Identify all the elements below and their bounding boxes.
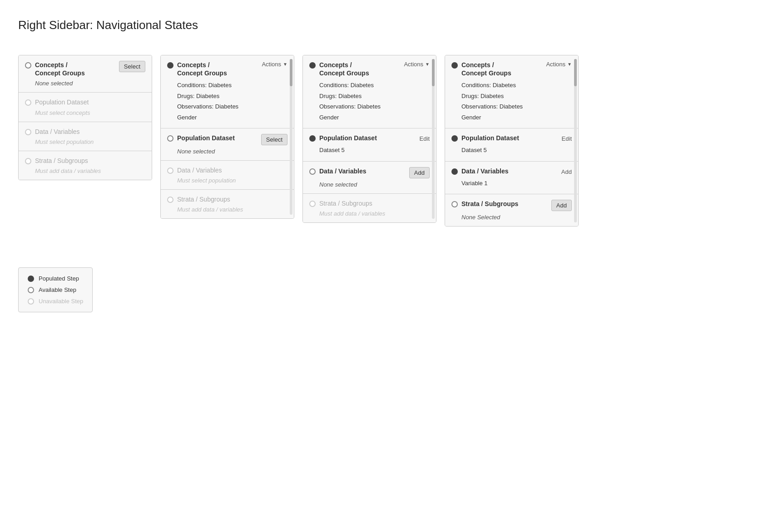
section-title-row: Strata / Subgroups xyxy=(25,157,88,165)
step-dot-populated xyxy=(309,62,316,69)
section-title: Concepts /Concept Groups xyxy=(177,61,227,77)
action-button-add[interactable]: Add xyxy=(551,200,572,211)
scrollbar-thumb[interactable] xyxy=(574,59,577,86)
step-dot-available xyxy=(167,135,173,142)
section-s4-concepts: Concepts /Concept GroupsActions▼Conditio… xyxy=(445,55,578,128)
section-s2-data: Data / VariablesMust select population xyxy=(161,160,294,189)
action-link-edit[interactable]: Edit xyxy=(420,134,430,142)
section-title: Population Dataset xyxy=(177,134,235,142)
action-link-edit[interactable]: Edit xyxy=(562,134,572,142)
section-header: Strata / SubgroupsAdd xyxy=(451,200,572,211)
actions-label: Actions xyxy=(546,61,565,68)
section-title-row: Data / Variables xyxy=(451,167,509,175)
section-title: Strata / Subgroups xyxy=(177,195,230,203)
section-header: Population DatasetSelect xyxy=(167,134,287,145)
section-title-row: Data / Variables xyxy=(309,167,367,175)
scrollbar-track[interactable] xyxy=(574,59,577,222)
section-title-row: Concepts /Concept Groups xyxy=(309,61,369,77)
section-header: Data / Variables xyxy=(167,166,287,174)
legend-label: Populated Step xyxy=(39,275,79,282)
action-button-select[interactable]: Select xyxy=(261,134,287,145)
section-title: Population Dataset xyxy=(319,134,377,142)
section-s1-concepts: Concepts /Concept GroupsSelectNone selec… xyxy=(19,55,152,92)
list-item: Variable 1 xyxy=(461,178,572,188)
section-value: Must select concepts xyxy=(35,109,145,116)
legend-dot-unavailable xyxy=(28,298,34,305)
list-item: Conditions: Diabetes xyxy=(319,80,430,90)
step-dot-populated xyxy=(451,168,458,175)
legend-dot-available xyxy=(28,287,34,293)
scrollbar-track[interactable] xyxy=(432,59,435,219)
section-title-row: Data / Variables xyxy=(25,128,80,136)
step-dot-populated xyxy=(167,62,173,69)
section-s4-strata: Strata / SubgroupsAddNone Selected xyxy=(445,194,578,226)
section-header: Concepts /Concept GroupsActions▼ xyxy=(309,61,430,77)
step-dot-populated xyxy=(309,135,316,142)
scrollbar-track[interactable] xyxy=(290,59,292,215)
panel-2: Concepts /Concept GroupsActions▼Conditio… xyxy=(160,55,294,219)
section-title: Population Dataset xyxy=(461,134,519,142)
section-header: Strata / Subgroups xyxy=(309,199,430,207)
section-title: Data / Variables xyxy=(35,128,80,136)
list-item: Conditions: Diabetes xyxy=(177,80,287,90)
section-items: Conditions: DiabetesDrugs: DiabetesObser… xyxy=(177,80,287,123)
section-title-row: Data / Variables xyxy=(167,166,222,174)
scrollbar-thumb[interactable] xyxy=(290,59,292,86)
section-header: Concepts /Concept GroupsActions▼ xyxy=(167,61,287,77)
actions-dropdown-button[interactable]: Actions▼ xyxy=(404,61,430,68)
legend-dot-populated xyxy=(28,276,34,282)
section-value: Must add data / variables xyxy=(177,206,287,213)
list-item: Drugs: Diabetes xyxy=(319,91,430,101)
list-item: Drugs: Diabetes xyxy=(461,91,572,101)
action-link-add[interactable]: Add xyxy=(561,167,572,175)
chevron-down-icon: ▼ xyxy=(283,62,287,67)
section-value: None selected xyxy=(319,181,430,188)
section-title-row: Concepts /Concept Groups xyxy=(25,61,85,77)
list-item: Observations: Diabetes xyxy=(461,101,572,112)
section-s3-data: Data / VariablesAddNone selected xyxy=(303,161,436,193)
scrollbar-thumb[interactable] xyxy=(432,59,435,86)
step-dot-unavailable xyxy=(167,197,173,203)
section-title-row: Population Dataset xyxy=(25,98,89,106)
section-s3-strata: Strata / SubgroupsMust add data / variab… xyxy=(303,193,436,222)
section-header: Data / VariablesAdd xyxy=(309,167,430,178)
step-dot-available xyxy=(451,201,458,207)
panel-3: Concepts /Concept GroupsActions▼Conditio… xyxy=(302,55,436,223)
section-title: Data / Variables xyxy=(177,166,222,174)
step-dot-available xyxy=(25,62,31,69)
step-dot-unavailable xyxy=(309,201,316,207)
step-dot-available xyxy=(309,168,316,175)
action-button-add[interactable]: Add xyxy=(409,167,430,178)
section-items: Variable 1 xyxy=(461,178,572,188)
step-dot-unavailable xyxy=(25,158,31,164)
section-s2-population: Population DatasetSelectNone selected xyxy=(161,128,294,160)
step-dot-unavailable xyxy=(25,129,31,135)
page-title: Right Sidebar: Navigational States xyxy=(18,18,745,32)
section-header: Concepts /Concept GroupsActions▼ xyxy=(451,61,572,77)
actions-dropdown-button[interactable]: Actions▼ xyxy=(262,61,287,68)
legend-item-unavailable: Unavailable Step xyxy=(28,298,83,305)
section-header: Population DatasetEdit xyxy=(451,134,572,142)
panel-4: Concepts /Concept GroupsActions▼Conditio… xyxy=(445,55,579,227)
section-title: Strata / Subgroups xyxy=(35,157,88,165)
section-header: Population DatasetEdit xyxy=(309,134,430,142)
step-dot-unavailable xyxy=(167,167,173,174)
section-s2-concepts: Concepts /Concept GroupsActions▼Conditio… xyxy=(161,55,294,128)
section-value: Must select population xyxy=(177,177,287,184)
legend-item-available: Available Step xyxy=(28,286,83,293)
section-title-row: Population Dataset xyxy=(167,134,235,142)
section-s3-population: Population DatasetEditDataset 5 xyxy=(303,128,436,161)
section-title-row: Concepts /Concept Groups xyxy=(167,61,227,77)
legend-item-populated: Populated Step xyxy=(28,275,83,282)
actions-dropdown-button[interactable]: Actions▼ xyxy=(546,61,572,68)
section-value: Must select population xyxy=(35,138,145,145)
legend-label: Unavailable Step xyxy=(39,298,83,305)
section-items: Conditions: DiabetesDrugs: DiabetesObser… xyxy=(319,80,430,123)
action-button-select[interactable]: Select xyxy=(119,61,145,72)
section-header: Data / VariablesAdd xyxy=(451,167,572,175)
section-header: Strata / Subgroups xyxy=(167,195,287,203)
list-item: Dataset 5 xyxy=(319,145,430,155)
section-items: Dataset 5 xyxy=(319,145,430,155)
section-value: None selected xyxy=(35,80,145,87)
section-items: Conditions: DiabetesDrugs: DiabetesObser… xyxy=(461,80,572,123)
